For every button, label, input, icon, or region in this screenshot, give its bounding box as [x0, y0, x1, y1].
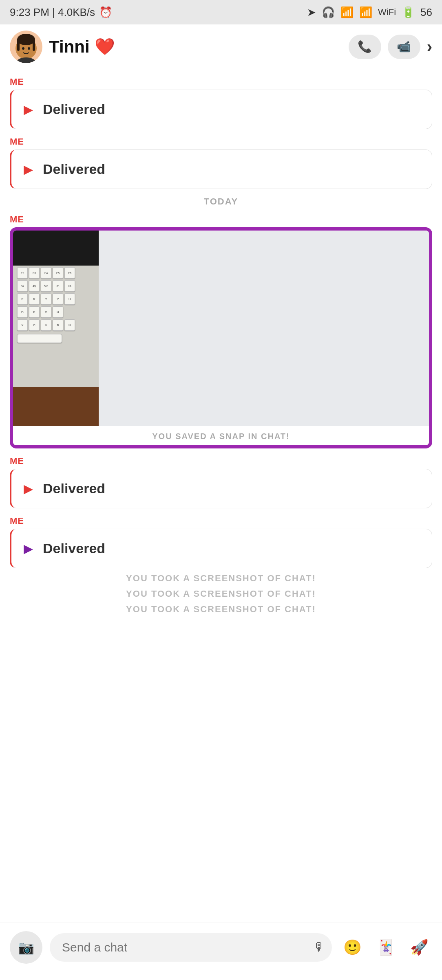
key-b: B: [53, 319, 63, 331]
smiley-icon: 🙂: [343, 939, 362, 956]
delivered-text-2: Delivered: [43, 161, 105, 177]
message-bubble-2[interactable]: ▶ Delivered: [10, 149, 432, 189]
avatar-image: [10, 31, 42, 63]
bitmoji-button[interactable]: 🚀: [406, 934, 432, 960]
me-label-3: ME: [10, 456, 432, 466]
delivered-text-3: Delivered: [43, 481, 105, 497]
svg-point-4: [22, 47, 24, 50]
emoji-button[interactable]: 🙂: [339, 934, 365, 960]
key-row-fn: F2 F3 F4 F5 F6: [17, 267, 97, 279]
message-bubble-3[interactable]: ▶ Delivered: [10, 469, 432, 508]
chat-input[interactable]: [50, 933, 332, 962]
alarm-icon: ⏰: [99, 6, 112, 19]
header: Tinni ❤️ 📞 📹 ›: [0, 24, 442, 69]
chat-area: ME ▶ Delivered ME ▶ Delivered TODAY ME F…: [0, 77, 442, 681]
delivered-text-1: Delivered: [43, 101, 105, 117]
camera-icon: 📷: [18, 940, 34, 955]
key-x: X: [17, 319, 28, 331]
key-5: 5%: [41, 280, 51, 292]
key-f6: F6: [64, 267, 75, 279]
phone-icon: 📞: [358, 40, 372, 53]
status-bar: 9:23 PM | 4.0KB/s ⏰ ➤ 🎧 📶 📶 WiFi 🔋 56: [0, 0, 442, 24]
video-button[interactable]: 📹: [388, 35, 420, 59]
key-3: 3#: [17, 280, 28, 292]
svg-point-1: [17, 34, 35, 45]
key-n: N: [64, 319, 75, 331]
saved-snap-text: YOU SAVED A SNAP IN CHAT!: [13, 426, 429, 445]
key-f5: F5: [53, 267, 63, 279]
contact-name: Tinni: [49, 37, 90, 57]
keyboard-image: F2 F3 F4 F5 F6 3# 4$ 5% 6^ 7&: [13, 231, 99, 426]
header-left: Tinni ❤️: [10, 31, 115, 63]
svg-rect-3: [33, 39, 35, 51]
key-e: E: [17, 293, 28, 305]
sticker-button[interactable]: 🃏: [373, 934, 399, 960]
screenshot-notice-2: YOU TOOK A SCREENSHOT OF CHAT!: [10, 589, 432, 599]
key-f4: F4: [41, 267, 51, 279]
arrow-icon-2: ▶: [24, 162, 33, 176]
key-row-mid: D F G H: [17, 306, 97, 318]
avatar[interactable]: [10, 31, 42, 63]
key-spacebar: [17, 334, 62, 343]
signal-icon: 📶: [340, 6, 354, 19]
snap-image-area: F2 F3 F4 F5 F6 3# 4$ 5% 6^ 7&: [13, 231, 429, 426]
key-row-top: E R T Y U: [17, 293, 97, 305]
keyboard-keys: F2 F3 F4 F5 F6 3# 4$ 5% 6^ 7&: [17, 267, 97, 385]
mic-button[interactable]: 🎙: [313, 940, 325, 954]
more-button[interactable]: ›: [427, 37, 432, 56]
key-y: Y: [53, 293, 63, 305]
key-f: F: [29, 306, 40, 318]
arrow-icon-3: ▶: [24, 481, 33, 496]
delivered-text-4: Delivered: [43, 541, 105, 556]
battery-icon: 🔋: [402, 6, 415, 19]
snap-container[interactable]: F2 F3 F4 F5 F6 3# 4$ 5% 6^ 7&: [10, 227, 432, 448]
key-g: G: [41, 306, 51, 318]
screenshot-notice-3: YOU TOOK A SCREENSHOT OF CHAT!: [10, 604, 432, 615]
key-r: R: [29, 293, 40, 305]
key-v: V: [41, 319, 51, 331]
status-left: 9:23 PM | 4.0KB/s ⏰: [10, 6, 112, 19]
status-right: ➤ 🎧 📶 📶 WiFi 🔋 56: [307, 6, 432, 19]
svg-rect-2: [17, 39, 20, 51]
key-7: 7&: [64, 280, 75, 292]
key-c: C: [29, 319, 40, 331]
signal-icon-2: 📶: [359, 6, 372, 19]
key-f2: F2: [17, 267, 28, 279]
message-bubble-4[interactable]: ▶ Delivered: [10, 529, 432, 568]
heart-icon: ❤️: [95, 37, 115, 56]
rocket-icon: 🚀: [410, 939, 429, 956]
arrow-icon-4: ▶: [24, 541, 33, 556]
send-icon: ➤: [307, 6, 316, 19]
svg-point-6: [17, 57, 35, 63]
today-divider: TODAY: [10, 196, 432, 207]
video-icon: 📹: [397, 40, 411, 53]
snap-right-area: [99, 231, 429, 426]
key-row-num: 3# 4$ 5% 6^ 7&: [17, 280, 97, 292]
screenshot-notice-1: YOU TOOK A SCREENSHOT OF CHAT!: [10, 573, 432, 584]
me-label-snap: ME: [10, 214, 432, 225]
header-name: Tinni ❤️: [49, 37, 115, 57]
me-label-2: ME: [10, 136, 432, 147]
call-button[interactable]: 📞: [349, 35, 381, 59]
camera-button[interactable]: 📷: [10, 931, 42, 964]
input-wrapper: 🎙: [50, 933, 332, 962]
message-bubble-1[interactable]: ▶ Delivered: [10, 90, 432, 129]
status-time: 9:23 PM | 4.0KB/s: [10, 6, 95, 19]
bluetooth-icon: 🎧: [322, 6, 335, 19]
key-t: T: [41, 293, 51, 305]
wifi-icon: WiFi: [378, 7, 396, 18]
sticker-icon: 🃏: [377, 939, 395, 956]
me-label-1: ME: [10, 77, 432, 87]
chat-input-area: 📷 🎙 🙂 🃏 🚀: [0, 923, 442, 980]
svg-point-5: [28, 47, 30, 50]
key-row-bot: X C V B N: [17, 319, 97, 331]
key-4: 4$: [29, 280, 40, 292]
me-label-4: ME: [10, 516, 432, 526]
battery-level: 56: [420, 6, 432, 19]
key-6: 6^: [53, 280, 63, 292]
chevron-right-icon: ›: [427, 37, 432, 55]
key-d: D: [17, 306, 28, 318]
header-right: 📞 📹 ›: [349, 35, 432, 59]
key-row-space: [17, 332, 97, 343]
key-h: H: [53, 306, 63, 318]
